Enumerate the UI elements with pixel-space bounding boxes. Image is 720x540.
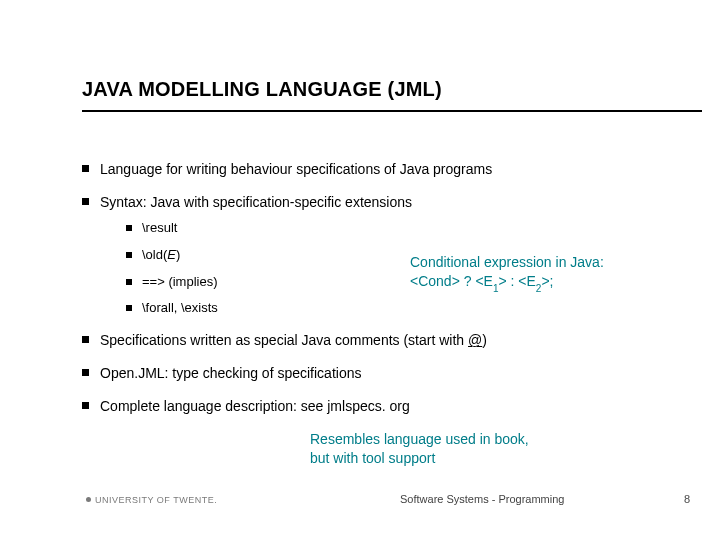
bullet-text: Complete language description: see jmlsp… bbox=[100, 398, 410, 414]
callout-line: but with tool support bbox=[310, 449, 610, 468]
sub-bullet-text: \forall, \exists bbox=[142, 300, 218, 315]
bullet-text: Syntax: Java with specification-specific… bbox=[100, 194, 412, 210]
bullet-text: Open.JML: type checking of specification… bbox=[100, 365, 361, 381]
bullet-text: Language for writing behaviour specifica… bbox=[100, 161, 492, 177]
callout-line: Resembles language used in book, bbox=[310, 430, 610, 449]
callout-resembles: Resembles language used in book, but wit… bbox=[310, 430, 610, 468]
sub-bullet-item: \forall, \exists bbox=[126, 300, 702, 317]
logo-dot-icon bbox=[86, 497, 91, 502]
footer-university: UNIVERSITY OF TWENTE. bbox=[86, 495, 217, 505]
bullet-item: Language for writing behaviour specifica… bbox=[82, 160, 702, 179]
sub-bullet-text: \result bbox=[142, 220, 177, 235]
bullet-item: Complete language description: see jmlsp… bbox=[82, 397, 702, 416]
title-rule bbox=[82, 110, 702, 112]
callout-line: Conditional expression in Java: bbox=[410, 253, 670, 272]
sub-bullet-item: \result bbox=[126, 220, 702, 237]
bullet-text: Specifications written as special Java c… bbox=[100, 332, 487, 348]
footer-page-number: 8 bbox=[684, 493, 690, 505]
bullet-item: Specifications written as special Java c… bbox=[82, 331, 702, 350]
footer-center: Software Systems - Programming bbox=[400, 493, 564, 505]
slide: JAVA MODELLING LANGUAGE (JML) Language f… bbox=[0, 0, 720, 540]
sub-bullet-text: ==> (implies) bbox=[142, 274, 218, 289]
slide-title: JAVA MODELLING LANGUAGE (JML) bbox=[82, 78, 442, 101]
callout-conditional: Conditional expression in Java: <Cond> ?… bbox=[410, 253, 670, 293]
content-area: Language for writing behaviour specifica… bbox=[82, 160, 702, 430]
sub-bullet-text: \old(E) bbox=[142, 247, 180, 262]
callout-line: <Cond> ? <E1> : <E2>; bbox=[410, 272, 670, 293]
bullet-item: Open.JML: type checking of specification… bbox=[82, 364, 702, 383]
